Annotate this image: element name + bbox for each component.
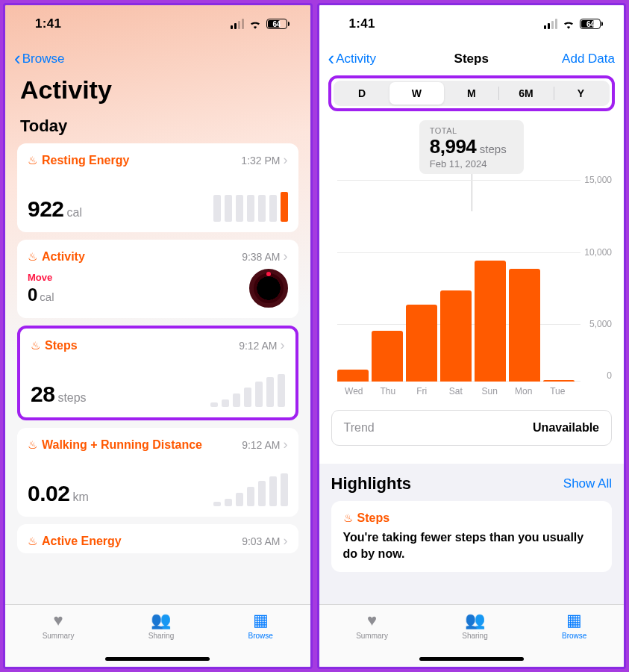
- chevron-right-icon: ›: [284, 437, 288, 452]
- chevron-right-icon: ›: [284, 249, 288, 264]
- nav-title: Steps: [319, 52, 625, 66]
- flame-icon: ♨︎: [28, 438, 37, 452]
- tab-browse[interactable]: ▦Browse: [562, 611, 586, 667]
- chart-bar[interactable]: [475, 261, 506, 382]
- chart-bar[interactable]: [440, 290, 472, 382]
- y-tick: 15,000: [584, 175, 612, 185]
- card-steps[interactable]: ♨︎ Steps 9:12 AM › 28steps: [17, 326, 298, 420]
- chart-bar[interactable]: [543, 380, 575, 382]
- highlights-section: Highlights Show All ♨︎Steps You're takin…: [319, 464, 625, 604]
- tab-browse[interactable]: ▦Browse: [248, 611, 272, 667]
- show-all-link[interactable]: Show All: [563, 476, 612, 491]
- x-tick: Sat: [439, 386, 473, 396]
- home-indicator[interactable]: [105, 657, 210, 661]
- activity-screen: 1:41 64 ‹ Browse Activity Today ♨︎ Resti…: [3, 3, 313, 669]
- steps-detail-screen: 1:41 64 ‹ Activity Steps Add Data D W M …: [317, 3, 627, 669]
- flame-icon: ♨︎: [28, 535, 37, 548]
- grid-icon: ▦: [566, 611, 582, 630]
- battery-icon: 64: [266, 19, 290, 29]
- battery-icon: 64: [580, 19, 603, 29]
- signal-icon: [231, 19, 244, 29]
- segment-w[interactable]: W: [389, 82, 444, 105]
- segment-d[interactable]: D: [335, 82, 389, 105]
- time-range-segment: D W M 6M Y: [334, 81, 610, 106]
- card-title: Walking + Running Distance: [42, 438, 202, 452]
- status-bar: 1:41 64: [5, 5, 310, 43]
- segment-6m[interactable]: 6M: [498, 82, 553, 105]
- back-chevron-icon[interactable]: ‹: [14, 47, 21, 70]
- chevron-right-icon: ›: [284, 533, 288, 549]
- card-time: 1:32 PM: [241, 155, 280, 167]
- x-tick: Tue: [541, 386, 575, 396]
- resting-value: 922: [28, 196, 64, 221]
- x-tick: Wed: [337, 386, 372, 396]
- tooltip-label: TOTAL: [430, 126, 513, 135]
- card-time: 9:38 AM: [242, 251, 280, 263]
- card-title: Steps: [45, 339, 78, 352]
- wifi-icon: [562, 19, 575, 29]
- status-icons: 64: [544, 19, 603, 29]
- move-value: 0: [28, 284, 37, 305]
- card-title: Activity: [42, 250, 85, 264]
- back-button[interactable]: Browse: [22, 52, 65, 66]
- people-icon: 👥: [151, 611, 171, 630]
- y-tick: 5,000: [589, 319, 612, 329]
- chart-bar[interactable]: [337, 370, 369, 382]
- flame-icon: ♨︎: [28, 154, 37, 167]
- steps-unit: steps: [57, 391, 86, 404]
- card-resting-energy[interactable]: ♨︎ Resting Energy 1:32 PM › 922cal: [17, 143, 298, 232]
- steps-value: 28: [31, 382, 54, 406]
- card-title: Resting Energy: [42, 154, 129, 167]
- flame-icon: ♨︎: [343, 511, 353, 524]
- highlights-title: Highlights: [331, 474, 412, 494]
- card-activity[interactable]: ♨︎ Activity 9:38 AM › Move 0cal: [17, 240, 298, 318]
- walk-unit: km: [72, 491, 88, 503]
- trend-value: Unavailable: [533, 421, 599, 435]
- chart-bar[interactable]: [406, 305, 437, 382]
- walk-value: 0.02: [28, 481, 69, 505]
- resting-minibars: [213, 189, 288, 222]
- tab-summary[interactable]: ♥Summary: [43, 611, 75, 667]
- y-tick: 10,000: [584, 247, 612, 258]
- segment-y[interactable]: Y: [554, 82, 608, 105]
- tooltip-unit: steps: [480, 143, 507, 155]
- highlight-card[interactable]: ♨︎Steps You're taking fewer steps than y…: [331, 501, 613, 572]
- home-indicator[interactable]: [419, 657, 524, 661]
- nav-bar: ‹ Activity Steps Add Data: [319, 43, 625, 75]
- heart-icon: ♥: [54, 611, 63, 630]
- card-time: 9:03 AM: [242, 535, 280, 547]
- card-walking-running[interactable]: ♨︎ Walking + Running Distance 9:12 AM › …: [17, 428, 298, 517]
- chevron-right-icon: ›: [281, 337, 285, 353]
- card-active-energy[interactable]: ♨︎ Active Energy 9:03 AM ›: [17, 524, 298, 553]
- tab-summary[interactable]: ♥Summary: [356, 611, 388, 667]
- signal-icon: [544, 19, 557, 29]
- move-label: Move: [28, 272, 54, 283]
- people-icon: 👥: [465, 611, 485, 630]
- highlight-name: Steps: [357, 511, 390, 524]
- trend-card[interactable]: Trend Unavailable: [331, 410, 613, 446]
- heart-icon: ♥: [367, 611, 377, 630]
- grid-icon: ▦: [253, 611, 269, 630]
- chevron-right-icon: ›: [284, 152, 288, 168]
- chart-bar[interactable]: [372, 331, 403, 382]
- flame-icon: ♨︎: [28, 250, 37, 264]
- x-tick: Fri: [405, 386, 439, 396]
- x-tick: Mon: [507, 386, 541, 396]
- segment-m[interactable]: M: [444, 82, 498, 105]
- status-time: 1:41: [349, 16, 375, 31]
- activity-ring-icon: [249, 269, 288, 308]
- highlight-text: You're taking fewer steps than you usual…: [343, 529, 601, 561]
- page-title: Activity: [5, 75, 310, 111]
- steps-chart[interactable]: 15,000 10,000 5,000 0 WedThuFriSatSunMon…: [319, 180, 625, 396]
- status-icons: 64: [231, 19, 290, 29]
- section-today: Today: [5, 111, 310, 143]
- chart-bar[interactable]: [509, 269, 540, 382]
- steps-minibars: [210, 374, 285, 407]
- chart-tooltip: TOTAL 8,994 steps Feb 11, 2024: [419, 120, 524, 174]
- segment-highlight: D W M 6M Y: [328, 75, 616, 111]
- wifi-icon: [248, 19, 262, 29]
- x-tick: Thu: [371, 386, 405, 396]
- nav-bar: ‹ Browse: [5, 43, 310, 75]
- trend-label: Trend: [344, 421, 375, 435]
- card-title: Active Energy: [42, 535, 122, 548]
